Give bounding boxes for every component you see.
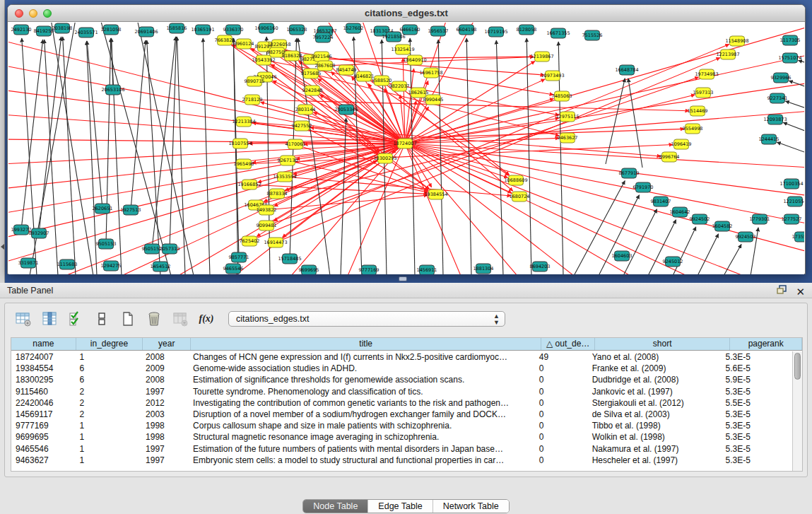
function-builder-icon[interactable]: f(x)	[198, 310, 215, 327]
graph-node[interactable]: 16906160	[254, 23, 278, 33]
graph-node[interactable]: 1956537	[428, 26, 449, 36]
table-row[interactable]: 1872400712008Changes of HCN gene express…	[11, 351, 792, 363]
table-row[interactable]: 977716911998Corpus callosum shape and si…	[11, 420, 792, 431]
graph-node[interactable]: 7663822	[215, 35, 235, 45]
graph-node[interactable]: 1456911	[417, 265, 437, 274]
graph-node[interactable]: 8990445	[423, 95, 444, 105]
column-header-name[interactable]: name	[11, 338, 76, 350]
graph-node[interactable]: 8186328	[282, 51, 302, 61]
graph-node[interactable]: 2718129	[242, 95, 263, 105]
scrollbar-thumb[interactable]	[794, 353, 801, 380]
graph-node[interactable]: 6791970	[633, 182, 654, 192]
graph-node[interactable]: 8878334	[267, 189, 288, 199]
graph-node[interactable]: 4170061	[286, 139, 306, 149]
select-rows-icon[interactable]	[67, 310, 84, 327]
graph-node[interactable]: 17100354	[779, 179, 803, 189]
delete-trash-icon[interactable]	[146, 310, 163, 327]
table-select-dropdown[interactable]: citations_edges.txt ▲▼	[228, 311, 505, 327]
table-row[interactable]: 2242004622012Investigating the contribut…	[11, 397, 792, 409]
graph-node[interactable]: 9924502	[690, 214, 710, 224]
float-panel-icon[interactable]	[777, 285, 787, 298]
graph-node[interactable]: 1065328	[287, 25, 307, 35]
graph-node[interactable]: 16671355	[546, 28, 570, 38]
graph-node[interactable]: 16648784	[615, 65, 638, 75]
graph-node[interactable]: 2038198	[52, 23, 73, 33]
graph-node[interactable]: 9505153	[96, 239, 117, 249]
graph-node[interactable]: 7957224	[313, 33, 334, 42]
graph-node[interactable]: 1117305	[780, 35, 801, 45]
graph-node[interactable]: 9267130	[278, 156, 298, 165]
graph-node[interactable]: 10719195	[484, 27, 507, 37]
graph-node[interactable]: 9921546	[312, 52, 332, 62]
graph-node[interactable]: 1527602	[343, 23, 364, 33]
graph-node[interactable]: 9924503	[736, 232, 756, 242]
graph-node[interactable]: 1597313	[693, 88, 714, 98]
graph-node[interactable]: 15718485	[278, 254, 301, 264]
graph-node[interactable]: 1585816	[167, 23, 187, 33]
graph-node[interactable]: 9245012	[663, 257, 683, 267]
graph-node[interactable]: 6604198	[457, 25, 477, 35]
graph-node[interactable]: 8932907	[29, 228, 49, 238]
graph-node[interactable]: 8128058	[517, 25, 537, 35]
column-header-pagerank[interactable]: pagerank	[730, 338, 802, 350]
graph-node[interactable]: 9699695	[299, 265, 319, 274]
graph-node[interactable]: 9554998	[683, 124, 703, 134]
graph-node[interactable]: 1294275	[101, 261, 122, 271]
graph-node[interactable]: 1096419	[671, 139, 692, 149]
column-header-out_de[interactable]: △ out_de…	[541, 338, 595, 350]
graph-node[interactable]: 9329966	[771, 73, 792, 83]
graph-node[interactable]: 9463627	[558, 133, 578, 143]
table-row[interactable]: 969969511998Structural magnetic resonanc…	[11, 431, 792, 443]
graph-node[interactable]: 19218586	[382, 32, 405, 42]
graph-node[interactable]: 15353594	[273, 172, 296, 182]
graph-node[interactable]: 9777169	[359, 265, 379, 274]
graph-node[interactable]: 1057313	[160, 244, 180, 254]
graph-node[interactable]: 19734983	[695, 69, 718, 79]
graph-node[interactable]: 9427552	[292, 121, 312, 131]
tab-network-table[interactable]: Network Table	[433, 500, 509, 513]
graph-node[interactable]: 1604582	[712, 221, 733, 231]
graph-node[interactable]: 8960124	[234, 39, 254, 49]
graph-node[interactable]: 9465546	[223, 264, 244, 274]
graph-node[interactable]: 8677919	[619, 168, 640, 178]
graph-node[interactable]: 1604603	[612, 251, 632, 261]
panel-splitter-handle[interactable]	[399, 276, 407, 281]
column-header-year[interactable]: year	[143, 338, 191, 350]
column-header-short[interactable]: short	[595, 338, 730, 350]
graph-node[interactable]: 1115683	[57, 259, 78, 269]
graph-node[interactable]: 20653106	[101, 85, 124, 95]
graph-node[interactable]: 1862615	[408, 88, 429, 98]
graph-node[interactable]: 15751074	[778, 53, 801, 63]
graph-node[interactable]: 7515526	[582, 30, 603, 40]
table-row[interactable]: 1456911722003Disruption of a novel membe…	[11, 409, 792, 420]
graph-node[interactable]: 9831407	[651, 197, 671, 206]
graph-node[interactable]: 10365191	[191, 25, 214, 35]
graph-node[interactable]: 16914473	[264, 238, 287, 247]
graph-node[interactable]: 1735594	[792, 232, 804, 242]
graph-node[interactable]: 1680724	[510, 192, 530, 201]
graph-node[interactable]: 1454512	[151, 262, 171, 271]
graph-node[interactable]: 9242848	[302, 86, 323, 95]
graph-node[interactable]: 24035571	[74, 28, 98, 37]
graph-node[interactable]: 1881304	[473, 264, 494, 274]
table-settings-icon[interactable]	[15, 310, 32, 327]
tab-edge-table[interactable]: Edge Table	[368, 500, 433, 513]
network-canvas[interactable]: 2492130841925920381982403557112810582069…	[8, 23, 804, 274]
graph-node[interactable]: 1493822	[257, 205, 277, 215]
graph-node[interactable]: 1244415	[759, 134, 779, 144]
column-header-in_degree[interactable]: in_degree	[76, 338, 143, 350]
graph-node[interactable]: 2620651	[93, 204, 113, 214]
table-row[interactable]: 1938455462009Genome-wide association stu…	[11, 363, 792, 374]
graph-node[interactable]: 9336370	[223, 25, 244, 35]
panel-collapse-arrow-icon[interactable]	[1, 244, 4, 250]
graph-node[interactable]: 9227341	[767, 93, 788, 103]
graph-node[interactable]: 6466160	[400, 25, 420, 35]
table-row[interactable]: 911546021997Tourette syndrome. Phenomeno…	[11, 386, 792, 397]
graph-node[interactable]: 1965490	[234, 159, 254, 169]
graph-node[interactable]: 8694203	[530, 262, 551, 271]
graph-node[interactable]: 13325419	[391, 45, 414, 54]
graph-node[interactable]: 1779301	[750, 214, 770, 224]
graph-node[interactable]: 7625402	[240, 236, 260, 246]
graph-node[interactable]: 18107554	[228, 139, 252, 148]
graph-node[interactable]: 1514469	[688, 106, 708, 116]
